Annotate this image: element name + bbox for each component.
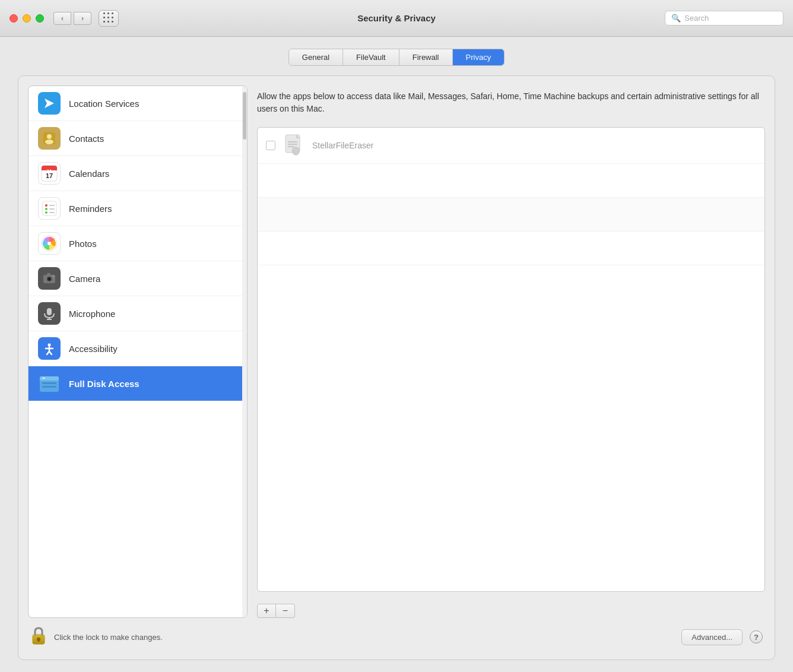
maximize-button[interactable] [36,14,44,23]
svg-point-21 [48,278,51,281]
sidebar-item-location-services[interactable]: Location Services [28,86,247,121]
right-panel: Allow the apps below to access data like… [257,85,765,618]
sidebar-label-camera: Camera [69,274,100,284]
svg-point-11 [45,208,47,210]
sidebar-item-contacts[interactable]: Contacts [28,121,247,156]
sidebar-label-location: Location Services [69,99,139,109]
search-input[interactable] [684,14,777,23]
microphone-icon [38,302,61,325]
tab-privacy[interactable]: Privacy [453,49,505,65]
lock-area[interactable]: Click the lock to make changes. [30,626,163,648]
svg-rect-13 [49,205,55,206]
lock-icon [30,626,48,648]
svg-rect-25 [47,308,52,315]
help-button[interactable]: ? [750,630,763,644]
empty-row-1 [258,164,765,198]
app-item-stellar[interactable]: StellarFileEraser [258,128,765,164]
sidebar-item-calendars[interactable]: 17 JUL Calendars [28,156,247,191]
sidebar-label-photos: Photos [69,239,97,249]
empty-row-2 [258,198,765,232]
back-button[interactable]: ‹ [53,12,71,25]
traffic-lights [9,14,44,23]
lock-text: Click the lock to make changes. [54,633,163,642]
search-box[interactable]: 🔍 [665,11,784,26]
svg-point-23 [53,275,55,277]
tab-filevault[interactable]: FileVault [343,49,399,65]
camera-icon [38,267,61,290]
panel: Location Services Contacts [18,75,775,660]
location-icon [38,92,61,115]
tab-general[interactable]: General [289,49,343,65]
stellar-app-icon [283,134,306,157]
sidebar-label-full-disk: Full Disk Access [69,379,139,389]
minimize-button[interactable] [23,14,31,23]
svg-rect-14 [49,208,55,210]
close-button[interactable] [9,14,18,23]
main-content: General FileVault Firewall Privacy [0,37,793,672]
list-controls: + − [257,604,765,618]
reminders-icon [38,197,61,220]
sidebar-item-camera[interactable]: Camera [28,261,247,296]
sidebar-item-reminders[interactable]: Reminders [28,191,247,226]
sidebar-item-full-disk-access[interactable]: Full Disk Access [28,366,247,401]
apps-list: StellarFileEraser [257,127,765,592]
svg-rect-49 [38,639,40,642]
tab-firewall[interactable]: Firewall [399,49,453,65]
nav-buttons: ‹ › [53,12,91,25]
sidebar-label-calendars: Calendars [69,169,109,179]
bottom-bar: Click the lock to make changes. Advanced… [28,618,765,650]
svg-point-2 [47,134,52,139]
svg-rect-22 [47,273,50,275]
svg-point-17 [47,242,51,245]
svg-rect-38 [42,386,56,388]
svg-rect-15 [49,212,55,213]
sidebar-item-microphone[interactable]: Microphone [28,296,247,331]
sidebar-scrollbar[interactable] [242,86,247,617]
app-checkbox-stellar[interactable] [266,141,275,150]
svg-rect-37 [42,382,56,384]
empty-row-3 [258,232,765,265]
sidebar-item-accessibility[interactable]: Accessibility [28,331,247,366]
svg-text:JUL: JUL [46,169,53,172]
calendars-icon: 17 JUL [38,162,61,185]
window-title: Security & Privacy [357,13,436,23]
sidebar: Location Services Contacts [28,85,248,618]
svg-rect-36 [40,379,59,381]
photos-icon [38,232,61,255]
tabs-row: General FileVault Firewall Privacy [18,49,775,66]
grid-view-button[interactable] [99,10,119,27]
sidebar-label-microphone: Microphone [69,309,115,319]
svg-rect-9 [42,201,56,215]
accessibility-icon [38,337,61,360]
svg-text:17: 17 [46,172,53,179]
sidebar-label-reminders: Reminders [69,204,112,214]
tab-group: General FileVault Firewall Privacy [288,49,505,66]
scrollbar-thumb [243,92,246,140]
app-name-stellar: StellarFileEraser [312,141,373,150]
remove-app-button[interactable]: − [276,604,295,618]
full-disk-icon [38,372,61,395]
sidebar-label-contacts: Contacts [69,134,104,144]
forward-button[interactable]: › [74,12,91,25]
svg-point-10 [45,204,47,207]
grid-dots-icon [103,12,115,24]
svg-point-3 [45,140,53,144]
advanced-button[interactable]: Advanced... [681,629,743,645]
sidebar-item-photos[interactable]: Photos [28,226,247,261]
add-app-button[interactable]: + [257,604,276,618]
sidebar-scroll[interactable]: Location Services Contacts [28,86,247,617]
svg-point-12 [45,211,47,214]
description-text: Allow the apps below to access data like… [257,85,765,120]
sidebar-label-accessibility: Accessibility [69,344,118,354]
panel-body: Location Services Contacts [28,85,765,618]
search-icon: 🔍 [671,14,681,23]
titlebar: ‹ › Security & Privacy 🔍 [0,0,793,37]
svg-rect-39 [42,378,45,379]
svg-marker-0 [45,99,54,108]
contacts-icon [38,127,61,150]
